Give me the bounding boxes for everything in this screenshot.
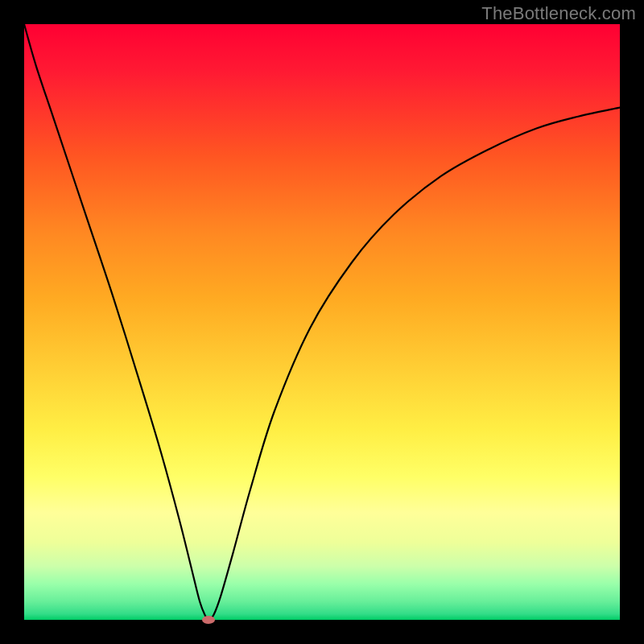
optimal-marker xyxy=(202,616,215,624)
watermark-text: TheBottleneck.com xyxy=(481,3,636,24)
bottleneck-curve xyxy=(24,24,620,620)
chart-frame: TheBottleneck.com xyxy=(0,0,644,644)
plot-area xyxy=(24,24,620,620)
